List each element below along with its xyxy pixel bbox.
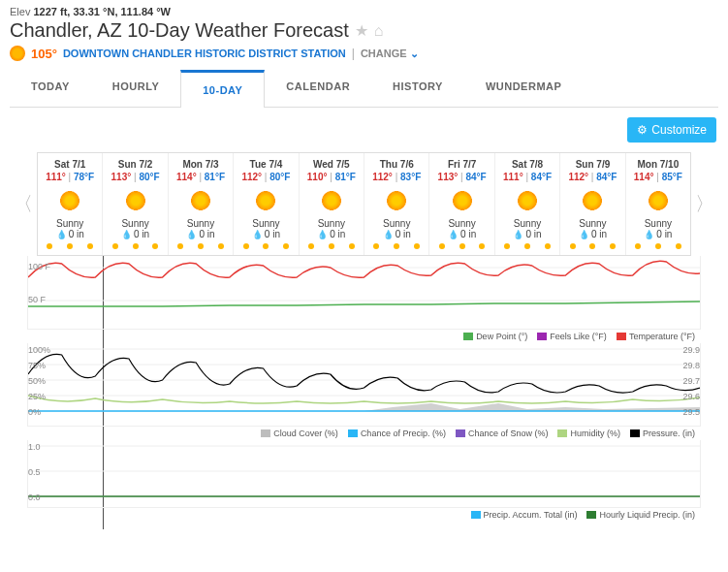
day-precip: 💧0 in [431,229,491,239]
home-icon[interactable]: ⌂ [374,22,384,40]
forecast-day[interactable]: Sun 7/9 112° | 84°F Sunny 💧0 in [560,153,625,255]
chart3-legend: Precip. Accum. Total (in)Hourly Liquid P… [27,508,701,522]
forecast-day[interactable]: Fri 7/7 113° | 84°F Sunny 💧0 in [429,153,494,255]
tab-hourly[interactable]: HOURLY [91,69,180,107]
ytick: 29.6 [682,392,700,401]
forecast-day[interactable]: Wed 7/5 110° | 81°F Sunny 💧0 in [300,153,364,255]
ytick: 0% [28,407,41,417]
hourly-dots [628,243,688,249]
change-station-link[interactable]: CHANGE ⌄ [361,48,419,60]
ytick: 75% [28,361,46,370]
forecast-day-row: Sat 7/1 111° | 78°F Sunny 💧0 in Sun 7/2 … [37,152,691,256]
tab-wundermap[interactable]: WUNDERMAP [464,69,583,107]
day-temps: 112° | 84°F [562,170,622,183]
day-name: Sat 7/8 [497,159,557,170]
current-temp: 105° [31,47,57,61]
scroll-left-arrow[interactable]: 〈 [10,191,37,217]
legend-item: Pressure. (in) [630,429,695,438]
hourly-dots [301,243,362,249]
hourly-dots [105,243,165,249]
raindrop-icon: 💧 [644,230,654,239]
station-link[interactable]: DOWNTOWN CHANDLER HISTORIC DISTRICT STAT… [63,48,346,59]
ytick: 29.7 [682,376,700,386]
hourly-dots [171,243,231,249]
legend-item: Humidity (%) [557,429,620,438]
raindrop-icon: 💧 [579,230,589,239]
day-temps: 114° | 85°F [628,170,688,183]
day-condition: Sunny [301,218,362,229]
page-title: Chandler, AZ 10-Day Weather Forecast ★ ⌂ [10,19,718,42]
day-temps: 111° | 78°F [40,170,100,183]
forecast-day[interactable]: Mon 7/10 114° | 85°F Sunny 💧0 in [626,153,690,255]
day-name: Sat 7/1 [40,159,100,170]
legend-item: Dew Point (°) [463,332,527,341]
elevation-line: Elev 1227 ft, 33.31 °N, 111.84 °W [10,6,718,17]
day-precip: 💧0 in [562,229,622,239]
sun-icon [449,187,476,214]
forecast-day[interactable]: Sat 7/1 111° | 78°F Sunny 💧0 in [38,153,103,255]
chart-humidity-pressure: 100% 75% 50% 25% 0% 29.9 29.8 29.7 29.6 … [27,343,701,427]
hourly-dots [497,243,557,249]
day-name: Sun 7/2 [105,159,165,170]
day-condition: Sunny [236,218,296,229]
sun-icon [514,187,541,214]
forecast-day[interactable]: Tue 7/4 112° | 80°F Sunny 💧0 in [234,153,299,255]
gear-icon: ⚙ [637,123,648,137]
chart2-legend: Cloud Cover (%)Chance of Precip. (%)Chan… [27,427,701,440]
day-precip: 💧0 in [40,229,100,239]
customize-button[interactable]: ⚙ Customize [627,117,716,143]
hourly-dots [431,243,491,249]
raindrop-icon: 💧 [448,230,459,239]
day-precip: 💧0 in [301,229,362,239]
chart1-legend: Dew Point (°)Feels Like (°F)Temperature … [27,330,701,343]
favorite-star-icon[interactable]: ★ [355,21,368,40]
day-name: Thu 7/6 [366,159,427,170]
ytick: 29.5 [682,407,700,417]
tab-history[interactable]: HISTORY [371,69,464,107]
legend-item: Temperature (°F) [617,332,695,341]
tab-10day[interactable]: 10-DAY [180,70,265,108]
legend-item: Feels Like (°F) [537,332,607,341]
ytick: 50% [28,376,46,386]
ytick: 100% [28,345,50,355]
raindrop-icon: 💧 [317,230,328,239]
ytick: 0.5 [28,467,41,477]
station-separator: | [352,47,355,60]
forecast-day[interactable]: Sun 7/2 113° | 80°F Sunny 💧0 in [103,153,168,255]
hourly-dots [366,243,427,249]
day-name: Mon 7/3 [171,159,231,170]
day-temps: 112° | 83°F [366,170,427,183]
chart-precip: 1.0 0.5 0.0 [27,440,701,508]
day-name: Mon 7/10 [628,159,688,170]
day-precip: 💧0 in [628,229,688,239]
day-precip: 💧0 in [171,229,231,239]
legend-item: Chance of Precip. (%) [348,429,446,438]
day-name: Sun 7/9 [562,159,622,170]
forecast-day[interactable]: Sat 7/8 111° | 84°F Sunny 💧0 in [495,153,560,255]
legend-item: Cloud Cover (%) [261,429,338,438]
sun-icon [645,187,672,214]
ytick: 25% [28,392,46,401]
ytick: 100 F [28,262,50,271]
tab-today[interactable]: TODAY [10,69,91,107]
scroll-right-arrow[interactable]: 〉 [691,191,718,217]
day-temps: 113° | 84°F [431,170,491,183]
ytick: 50 F [28,295,46,304]
hourly-dots [40,243,100,249]
forecast-day[interactable]: Thu 7/6 112° | 83°F Sunny 💧0 in [364,153,429,255]
chart-temperature: 100 F 50 F [27,256,701,330]
sun-icon [579,187,606,214]
legend-item: Chance of Snow (%) [456,429,549,438]
day-temps: 113° | 80°F [105,170,165,183]
day-name: Fri 7/7 [431,159,491,170]
raindrop-icon: 💧 [383,230,394,239]
day-temps: 114° | 81°F [171,170,231,183]
sun-icon [56,187,83,214]
sun-icon [318,187,345,214]
day-name: Tue 7/4 [236,159,296,170]
forecast-day[interactable]: Mon 7/3 114° | 81°F Sunny 💧0 in [169,153,234,255]
sun-icon [122,187,149,214]
raindrop-icon: 💧 [56,230,67,239]
tab-calendar[interactable]: CALENDAR [265,69,371,107]
ytick: 29.9 [682,345,700,355]
